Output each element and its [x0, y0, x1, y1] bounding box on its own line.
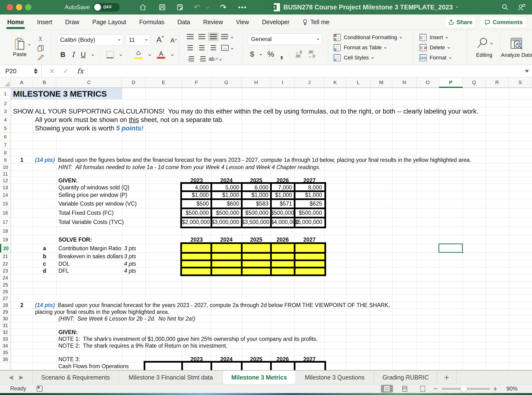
selected-cell-P20[interactable] — [439, 244, 463, 253]
table-cell-F21[interactable] — [182, 254, 210, 259]
formula-input[interactable] — [92, 65, 522, 77]
home-icon[interactable] — [138, 3, 148, 12]
table-cell-F20[interactable] — [182, 244, 210, 252]
insert-function-icon[interactable]: fx — [77, 67, 84, 75]
cell-H12[interactable]: 2025 — [242, 177, 271, 184]
cancel-entry-icon[interactable]: ✕ — [49, 67, 55, 75]
cell-C37[interactable]: Cash Flows from Operations — [58, 363, 129, 370]
cell-F36[interactable]: 2023 — [182, 356, 211, 363]
cell-B21[interactable]: b — [33, 253, 56, 260]
tab-home[interactable]: Home — [7, 17, 24, 27]
table-cell-G37[interactable] — [212, 363, 241, 370]
row-header-33[interactable]: 33 — [0, 336, 11, 342]
row-header-9[interactable]: 9 — [0, 156, 11, 164]
column-header-R[interactable]: R — [486, 77, 509, 87]
increase-font-size-button[interactable]: A — [156, 35, 164, 44]
search-icon[interactable] — [500, 3, 510, 12]
cell-F16[interactable]: $500,000 — [182, 208, 209, 217]
cell-C34[interactable]: NOTE 2: The shark requires a 9% Rate of … — [58, 342, 227, 349]
row-header-18[interactable]: 18 — [0, 227, 11, 235]
name-box-stepper[interactable] — [34, 68, 38, 74]
document-title[interactable]: X BUSN278 Course Project Milestone 3 TEM… — [272, 3, 458, 11]
cell-D22[interactable]: 4 pts — [124, 260, 136, 267]
cell-C12[interactable]: GIVEN: — [58, 177, 77, 184]
table-cell-G22[interactable] — [212, 261, 241, 267]
table-cell-I21[interactable] — [272, 254, 294, 259]
cell-C14[interactable]: Selling price per window (P) — [58, 191, 127, 199]
row-header-17[interactable]: 17 — [0, 217, 11, 227]
column-header-K[interactable]: K — [324, 77, 346, 87]
save-icon[interactable] — [157, 3, 167, 12]
wrap-text-button[interactable]: ↩ — [220, 32, 230, 41]
table-cell-G23[interactable] — [212, 268, 241, 274]
tab-insert[interactable]: Insert — [36, 17, 53, 27]
row-header-23[interactable]: 23 — [0, 267, 11, 274]
row-header-14[interactable]: 14 — [0, 191, 11, 199]
table-cell-I23[interactable] — [272, 268, 294, 274]
table-cell-H22[interactable] — [243, 261, 270, 267]
cell-styles-button[interactable]: Cell Styles — [334, 53, 411, 62]
cell-J13[interactable]: 8,000 — [294, 184, 322, 191]
row-header-22[interactable]: 22 — [0, 260, 11, 267]
column-header-M[interactable]: M — [371, 77, 392, 87]
minimize-window-button[interactable] — [16, 4, 22, 10]
align-left-button[interactable] — [185, 43, 196, 52]
table-cell-J21[interactable] — [295, 254, 324, 259]
align-right-button[interactable] — [208, 43, 219, 52]
decrease-font-size-button[interactable]: A — [170, 37, 177, 44]
row-header-19[interactable]: 19 — [0, 235, 11, 244]
tab-developer[interactable]: Developer — [261, 17, 290, 27]
zoom-in-button[interactable]: + — [493, 385, 497, 393]
decrease-decimal-button[interactable]: ←.0 .00 — [295, 50, 302, 58]
cell-C30[interactable]: (HINT: See Week 6 Lesson for 2b - 2d. No… — [58, 315, 195, 322]
row-header-20[interactable]: 20 — [0, 244, 11, 253]
borders-chevron-icon[interactable] — [120, 53, 122, 56]
autosave-control[interactable]: AutoSave OFF — [65, 3, 120, 12]
table-cell-I37[interactable] — [272, 363, 294, 370]
fill-color-button[interactable] — [134, 50, 143, 59]
borders-button[interactable] — [106, 51, 114, 58]
formula-bar-expand-icon[interactable] — [525, 70, 529, 73]
row-header-10[interactable]: 10 — [0, 164, 11, 171]
row-header-30[interactable]: 30 — [0, 315, 11, 322]
cell-J15[interactable]: $625 — [294, 199, 322, 208]
table-cell-I20[interactable] — [272, 244, 294, 252]
cell-A1[interactable]: MILESTONE 3 METRICS — [13, 88, 107, 100]
cell-H15[interactable]: $583 — [242, 199, 268, 208]
sheet-tab-milestone3-financial-stmt-data[interactable]: Milestone 3 Financial Stmt data — [119, 371, 223, 384]
cell-C23[interactable]: DFL — [58, 267, 69, 274]
cell-H14[interactable]: $1,000 — [242, 191, 268, 199]
row-header-13[interactable]: 13 — [0, 184, 11, 191]
font-name-select[interactable]: Calibri (Body) — [57, 34, 123, 45]
row-header-37[interactable] — [0, 363, 11, 370]
cell-C19[interactable]: SOLVE FOR: — [58, 235, 92, 244]
row-header-8[interactable]: 8 — [0, 149, 11, 156]
orientation-button[interactable]: ab↗ — [208, 55, 219, 63]
cell-G16[interactable]: $500,000 — [211, 208, 239, 217]
confirm-entry-icon[interactable]: ✓ — [63, 67, 69, 75]
underline-chevron-icon[interactable] — [92, 53, 94, 56]
redo-icon[interactable]: ↷ — [218, 3, 228, 12]
fill-color-chevron-icon[interactable] — [149, 53, 151, 56]
font-color-chevron-icon[interactable] — [171, 53, 174, 56]
cell-J16[interactable]: $500,000 — [294, 208, 322, 217]
column-header-F[interactable]: F — [182, 77, 211, 87]
underline-button[interactable]: U — [81, 51, 86, 59]
row-header-31[interactable]: 31 — [0, 322, 11, 329]
cell-I13[interactable]: 7,000 — [271, 184, 292, 191]
cell-F15[interactable]: $500 — [182, 199, 209, 208]
column-header-P[interactable]: P — [439, 77, 463, 88]
scroll-tabs-left-icon[interactable]: ◀ — [9, 374, 13, 381]
align-bottom-button[interactable] — [208, 32, 219, 41]
copy-icon[interactable] — [37, 45, 44, 52]
tab-review[interactable]: Review — [203, 17, 224, 27]
zoom-out-button[interactable]: − — [434, 385, 438, 393]
cell-C13[interactable]: Quantity of windows sold (Q) — [58, 184, 129, 191]
name-box[interactable]: P20 — [0, 65, 42, 77]
row-header-16[interactable]: 16 — [0, 208, 11, 217]
more-commands-icon[interactable]: ••• — [238, 3, 247, 12]
cell-C32[interactable]: GIVEN: — [58, 329, 77, 336]
sheet-tab-milestone3-metrics[interactable]: Milestone 3 Metrics — [223, 371, 295, 384]
format-cells-button[interactable]: Format — [420, 53, 461, 62]
number-format-select[interactable]: General — [248, 33, 322, 45]
